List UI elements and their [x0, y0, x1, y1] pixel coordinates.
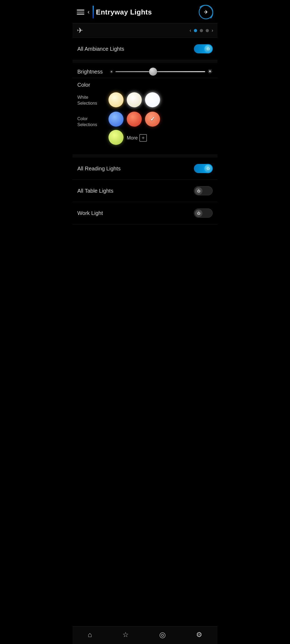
divider-1 — [73, 60, 218, 63]
title-group: Entryway Lights — [93, 6, 152, 19]
color-selections-label: ColorSelections — [77, 112, 104, 128]
pagination-dot-3[interactable] — [206, 29, 209, 32]
pagination-dot-2[interactable] — [200, 29, 203, 32]
swatch-red[interactable] — [127, 112, 142, 127]
work-light-toggle[interactable]: ⏻ — [194, 208, 213, 218]
color-swatches-row1: ✓ — [108, 112, 160, 127]
back-button[interactable]: ‹ — [88, 9, 89, 16]
brightness-min-icon: ☀ — [110, 69, 113, 74]
brightness-max-icon: ☀ — [207, 68, 213, 75]
more-label: More — [127, 135, 138, 141]
reading-lights-section: All Reading Lights ⏻ — [73, 158, 218, 180]
color-section: Color WhiteSelections ColorSelections ✓ — [73, 78, 218, 155]
title-accent-bar — [93, 6, 94, 19]
swatch-neutral-white[interactable] — [127, 92, 142, 107]
power-icon-reading: ⏻ — [206, 167, 210, 170]
work-light-row: Work Light ⏻ — [77, 208, 213, 218]
brightness-slider[interactable] — [115, 71, 205, 72]
more-colors-button[interactable]: More + — [127, 131, 147, 145]
reading-lights-toggle[interactable]: ⏻ — [194, 164, 213, 173]
pagination-prev-button[interactable]: ‹ — [190, 28, 191, 33]
plane-logo-icon: ✈ — [77, 26, 83, 35]
sub-header: ✈ ‹ › — [73, 23, 218, 38]
pagination-next-button[interactable]: › — [212, 28, 213, 33]
work-light-section: Work Light ⏻ — [73, 202, 218, 224]
work-light-label: Work Light — [77, 210, 103, 216]
color-selections-group: ColorSelections ✓ More + — [77, 112, 213, 145]
brightness-row: Brightness ☀ ☀ — [77, 68, 213, 75]
swatch-salmon[interactable]: ✓ — [145, 112, 160, 127]
power-icon: ⏻ — [206, 47, 210, 51]
airplane-icon: ✈ — [204, 9, 208, 15]
divider-2 — [73, 155, 218, 158]
power-icon-work: ⏻ — [197, 211, 200, 215]
swatch-selected-checkmark: ✓ — [150, 116, 155, 123]
swatch-cool-white[interactable] — [145, 92, 160, 107]
color-label: Color — [77, 82, 213, 88]
power-icon-table: ⏻ — [197, 189, 200, 193]
pagination-controls: ‹ › — [190, 28, 213, 33]
brightness-slider-thumb[interactable] — [149, 68, 157, 76]
ambiance-lights-section: All Ambiance Lights ⏻ — [73, 38, 218, 60]
swatch-blue[interactable] — [108, 112, 124, 127]
color-swatches-row2: More + — [108, 130, 160, 145]
ambiance-lights-label: All Ambiance Lights — [77, 46, 124, 52]
white-selections-group: WhiteSelections — [77, 92, 213, 107]
ambiance-lights-toggle[interactable]: ⏻ — [194, 44, 213, 53]
ambiance-toggle-knob: ⏻ — [204, 45, 212, 53]
pagination-dot-1[interactable] — [194, 29, 197, 32]
table-lights-section: All Table Lights ⏻ — [73, 180, 218, 202]
work-toggle-knob: ⏻ — [195, 210, 202, 217]
table-lights-row: All Table Lights ⏻ — [77, 186, 213, 195]
reading-lights-row: All Reading Lights ⏻ — [77, 164, 213, 173]
reading-lights-label: All Reading Lights — [77, 166, 121, 172]
table-lights-toggle[interactable]: ⏻ — [194, 186, 213, 195]
white-selections-label: WhiteSelections — [77, 92, 104, 107]
page-title: Entryway Lights — [96, 8, 152, 16]
brightness-section: Brightness ☀ ☀ — [73, 63, 218, 78]
main-content: All Ambiance Lights ⏻ Brightness ☀ ☀ Col… — [73, 38, 218, 246]
swatch-warm-white[interactable] — [108, 92, 124, 107]
white-swatches-container — [108, 92, 160, 107]
brightness-label: Brightness — [77, 69, 107, 75]
header-left-group: ‹ Entryway Lights — [77, 6, 152, 19]
table-toggle-knob: ⏻ — [195, 187, 202, 195]
brightness-controls: ☀ ☀ — [110, 68, 213, 75]
swatch-lime[interactable] — [108, 130, 124, 145]
table-lights-label: All Table Lights — [77, 188, 113, 194]
menu-button[interactable] — [77, 10, 84, 14]
app-header: ‹ Entryway Lights ✈ — [73, 0, 218, 23]
reading-toggle-knob: ⏻ — [204, 165, 212, 172]
ambiance-lights-row: All Ambiance Lights ⏻ — [77, 44, 213, 53]
more-plus-icon[interactable]: + — [139, 134, 147, 142]
airplane-mode-button[interactable]: ✈ — [199, 5, 213, 19]
